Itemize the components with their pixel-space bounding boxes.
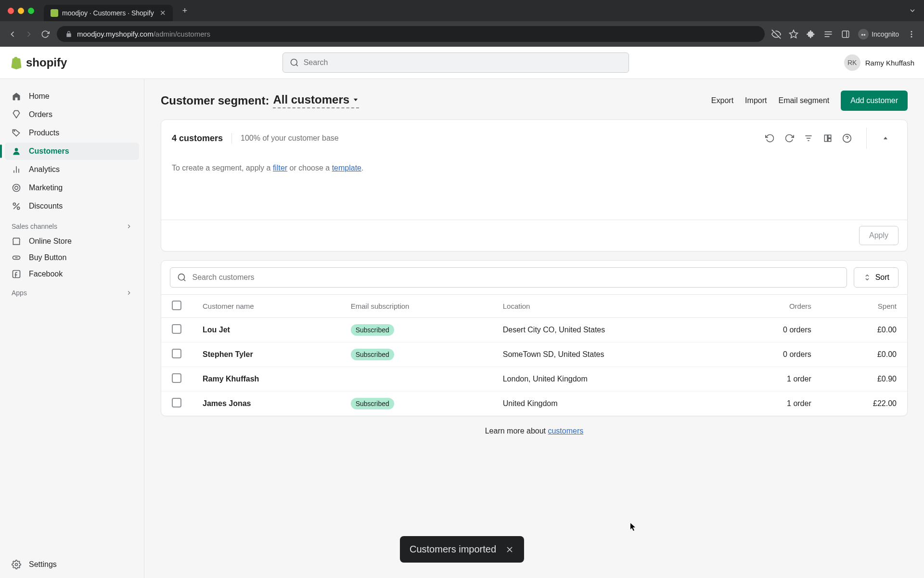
svg-rect-5 bbox=[842, 31, 849, 38]
favicon-icon bbox=[51, 9, 58, 17]
svg-point-9 bbox=[911, 31, 912, 32]
tab-close-icon[interactable]: ✕ bbox=[160, 9, 166, 17]
spent: £22.00 bbox=[822, 392, 907, 416]
sidebar-item-customers[interactable]: Customers bbox=[5, 143, 139, 160]
search-customers-input[interactable] bbox=[192, 273, 840, 282]
svg-point-19 bbox=[13, 184, 20, 192]
sidebar-item-settings[interactable]: Settings bbox=[5, 556, 139, 573]
spent: £0.90 bbox=[822, 367, 907, 392]
maximize-window-button[interactable] bbox=[28, 8, 34, 14]
collapse-button[interactable] bbox=[874, 135, 897, 142]
segment-editor-card: 4 customers 100% of your customer base T… bbox=[161, 119, 908, 251]
template-link[interactable]: template bbox=[332, 164, 361, 172]
eye-off-icon[interactable] bbox=[771, 29, 781, 39]
template-button[interactable] bbox=[822, 132, 834, 144]
segment-query-editor[interactable]: To create a segment, apply a filter or c… bbox=[161, 157, 907, 176]
sidebar-item-orders[interactable]: Orders bbox=[5, 106, 139, 123]
segment-name: All customers bbox=[273, 93, 349, 106]
add-customer-button[interactable]: Add customer bbox=[841, 91, 908, 111]
channel-buy-button[interactable]: Buy Button bbox=[5, 250, 139, 266]
col-header-email: Email subscription bbox=[340, 295, 492, 318]
help-button[interactable] bbox=[841, 132, 853, 144]
toast-close-button[interactable] bbox=[505, 545, 514, 554]
new-tab-button[interactable]: + bbox=[182, 6, 188, 16]
page-title: Customer segment: bbox=[161, 94, 269, 107]
undo-button[interactable] bbox=[764, 132, 776, 144]
extensions-icon[interactable] bbox=[806, 29, 816, 39]
star-icon[interactable] bbox=[789, 29, 798, 39]
topbar: shopify RK Ramy Khuffash bbox=[0, 47, 924, 79]
logo[interactable]: shopify bbox=[10, 56, 67, 69]
filter-button[interactable] bbox=[803, 132, 814, 144]
svg-line-21 bbox=[13, 203, 19, 209]
svg-point-11 bbox=[911, 36, 912, 37]
user-menu[interactable]: RK Ramy Khuffash bbox=[844, 54, 914, 71]
apps-label: Apps bbox=[12, 289, 27, 297]
row-checkbox[interactable] bbox=[172, 398, 181, 407]
url-bar[interactable]: moodjoy.myshopify.com/admin/customers bbox=[57, 26, 765, 42]
col-header-spent: Spent bbox=[822, 295, 907, 318]
tabs-dropdown-icon[interactable] bbox=[909, 7, 916, 14]
svg-point-8 bbox=[864, 34, 866, 36]
orders: 0 orders bbox=[728, 342, 822, 367]
row-checkbox[interactable] bbox=[172, 373, 181, 383]
avatar: RK bbox=[844, 54, 860, 71]
subscribed-badge: Subscribed bbox=[351, 398, 394, 409]
sidebar-item-home[interactable]: Home bbox=[5, 88, 139, 105]
sales-channels-header[interactable]: Sales channels bbox=[5, 216, 139, 233]
sidebar-item-marketing[interactable]: Marketing bbox=[5, 179, 139, 197]
sidebar-item-label: Products bbox=[29, 129, 59, 137]
customers-link[interactable]: customers bbox=[548, 427, 583, 435]
select-all-checkbox[interactable] bbox=[172, 301, 181, 310]
minimize-window-button[interactable] bbox=[18, 8, 24, 14]
close-icon bbox=[505, 545, 514, 554]
table-row[interactable]: Ramy KhuffashLondon, United Kingdom1 ord… bbox=[161, 367, 907, 392]
import-button[interactable]: Import bbox=[745, 96, 767, 105]
table-row[interactable]: Stephen TylerSubscribedSomeTown SD, Unit… bbox=[161, 342, 907, 367]
incognito-badge[interactable]: Incognito bbox=[858, 29, 899, 39]
channel-facebook[interactable]: Facebook bbox=[5, 266, 139, 282]
row-checkbox[interactable] bbox=[172, 349, 181, 358]
table-row[interactable]: James JonasSubscribedUnited Kingdom1 ord… bbox=[161, 392, 907, 416]
location: SomeTown SD, United States bbox=[492, 342, 728, 367]
reload-icon[interactable] bbox=[40, 29, 50, 39]
sidebar-item-products[interactable]: Products bbox=[5, 124, 139, 142]
global-search-input[interactable] bbox=[304, 58, 622, 67]
filter-link[interactable]: filter bbox=[273, 164, 287, 172]
email-segment-button[interactable]: Email segment bbox=[778, 96, 829, 105]
sidebar-item-analytics[interactable]: Analytics bbox=[5, 161, 139, 178]
row-checkbox[interactable] bbox=[172, 324, 181, 334]
reading-list-icon[interactable] bbox=[823, 29, 833, 39]
menu-icon[interactable] bbox=[907, 29, 916, 39]
svg-rect-34 bbox=[828, 135, 831, 138]
redo-button[interactable] bbox=[783, 132, 795, 144]
channel-online-store[interactable]: Online Store bbox=[5, 233, 139, 250]
subscribed-badge: Subscribed bbox=[351, 324, 394, 336]
url-domain: moodjoy.myshopify.com bbox=[77, 30, 154, 38]
search-customers[interactable] bbox=[170, 267, 847, 288]
svg-point-22 bbox=[13, 203, 15, 205]
back-icon[interactable] bbox=[8, 29, 17, 39]
sidebar-item-discounts[interactable]: Discounts bbox=[5, 197, 139, 215]
segment-selector[interactable]: All customers bbox=[273, 93, 359, 108]
help-text-suffix: . bbox=[361, 164, 363, 172]
customer-name: Lou Jet bbox=[192, 318, 340, 342]
customer-base-text: 100% of your customer base bbox=[241, 134, 339, 143]
table-row[interactable]: Lou JetSubscribedDesert City CO, United … bbox=[161, 318, 907, 342]
apps-header[interactable]: Apps bbox=[5, 282, 139, 300]
apply-button[interactable]: Apply bbox=[859, 226, 898, 245]
sidebar-item-label: Orders bbox=[29, 110, 52, 119]
svg-point-23 bbox=[17, 207, 20, 210]
browser-tab[interactable]: moodjoy · Customers · Shopify ✕ bbox=[44, 5, 173, 21]
svg-point-15 bbox=[15, 148, 18, 151]
col-header-orders: Orders bbox=[728, 295, 822, 318]
close-window-button[interactable] bbox=[8, 8, 14, 14]
export-button[interactable]: Export bbox=[711, 96, 733, 105]
forward-icon[interactable] bbox=[24, 29, 34, 39]
global-search[interactable] bbox=[282, 53, 629, 73]
panel-icon[interactable] bbox=[841, 29, 850, 39]
sort-button[interactable]: Sort bbox=[854, 267, 898, 288]
toast-message: Customers imported bbox=[410, 544, 496, 555]
analytics-icon bbox=[12, 165, 21, 174]
customers-icon bbox=[12, 146, 21, 156]
